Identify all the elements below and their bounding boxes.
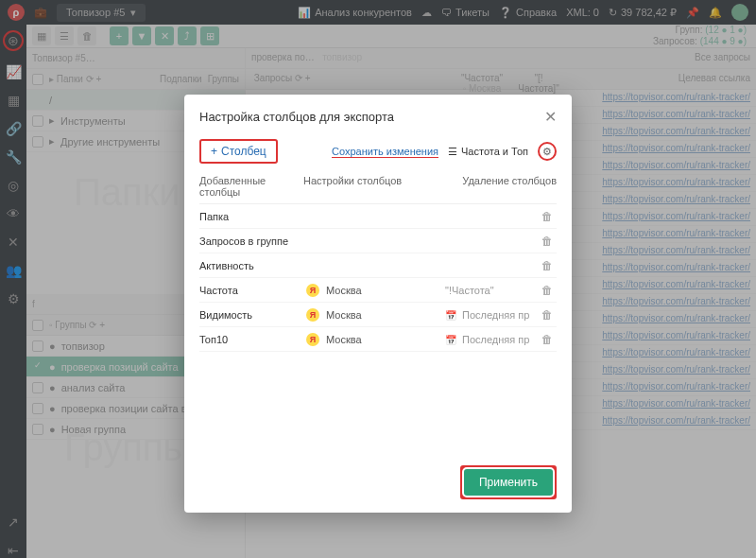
modal-overlay: Настройка столбцов для экспорта ✕ + Стол… [0,0,756,558]
delete-column-icon[interactable]: 🗑 [538,235,557,248]
col-added-header: Добавленные столбцы [199,175,303,198]
delete-column-icon[interactable]: 🗑 [538,308,557,322]
delete-column-icon[interactable]: 🗑 [538,284,557,297]
delete-column-icon[interactable]: 🗑 [538,210,557,223]
settings-gear-icon[interactable]: ⚙ [538,142,557,161]
yandex-badge: Я [306,333,319,346]
add-column-button[interactable]: + Столбец [199,139,278,164]
freq-top-toggle[interactable]: ☰ Частота и Топ [448,146,528,158]
column-config-row: Запросов в группе🗑 [199,229,557,253]
column-config-row: ЧастотаЯМосква"!Частота"🗑 [199,278,557,303]
col-delete-header: Удаление столбцов [445,175,557,198]
save-changes-link[interactable]: Сохранить изменения [332,146,438,158]
apply-button[interactable]: Применить [464,469,553,496]
column-config-row: Активность🗑 [199,253,557,278]
column-config-row: Топ10ЯМоскваПоследняя пр🗑 [199,327,557,352]
yandex-badge: Я [306,308,319,322]
close-icon[interactable]: ✕ [544,108,557,126]
export-columns-modal: Настройка столбцов для экспорта ✕ + Стол… [184,95,572,513]
modal-title: Настройка столбцов для экспорта [199,110,394,124]
yandex-badge: Я [306,284,319,297]
delete-column-icon[interactable]: 🗑 [538,333,557,346]
column-config-row: ВидимостьЯМоскваПоследняя пр🗑 [199,303,557,327]
delete-column-icon[interactable]: 🗑 [538,259,557,272]
col-settings-header: Настройки столбцов [303,175,445,198]
column-config-row: Папка🗑 [199,204,557,229]
